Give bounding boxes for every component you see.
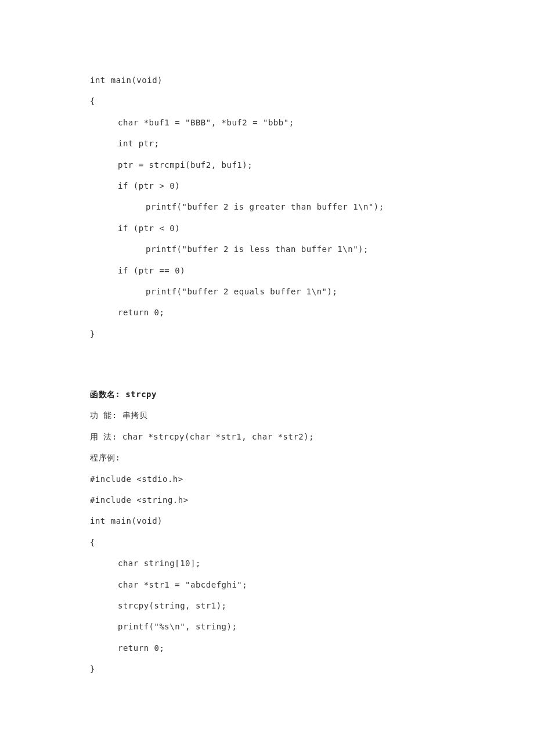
- example-label: 程序例:: [90, 447, 444, 468]
- section-title: 函数名: strcpy: [90, 384, 444, 405]
- code-line: int main(void): [90, 510, 444, 531]
- code-line: int main(void): [90, 70, 444, 91]
- code-line: if (ptr == 0): [90, 260, 444, 281]
- code-line: char string[10];: [90, 553, 444, 574]
- code-line: }: [90, 658, 444, 679]
- code-line: return 0;: [90, 302, 444, 323]
- code-line: printf("buffer 2 is less than buffer 1\n…: [90, 239, 444, 260]
- code-line: return 0;: [90, 638, 444, 658]
- code-line: ptr = strcmpi(buf2, buf1);: [90, 154, 444, 175]
- code-line: if (ptr < 0): [90, 218, 444, 239]
- function-description: 功 能: 串拷贝: [90, 405, 444, 426]
- code-line: {: [90, 532, 444, 553]
- document-page: int main(void) { char *buf1 = "BBB", *bu…: [0, 0, 534, 756]
- code-line: {: [90, 91, 444, 111]
- code-line: strcpy(string, str1);: [90, 595, 444, 616]
- code-line: #include <string.h>: [90, 489, 444, 510]
- code-line: printf("%s\n", string);: [90, 616, 444, 637]
- code-line: int ptr;: [90, 133, 444, 154]
- usage-line: 用 法: char *strcpy(char *str1, char *str2…: [90, 426, 444, 447]
- code-line: printf("buffer 2 is greater than buffer …: [90, 196, 444, 217]
- code-line: }: [90, 323, 444, 344]
- spacer: [90, 344, 444, 384]
- code-line: char *buf1 = "BBB", *buf2 = "bbb";: [90, 112, 444, 133]
- code-line: #include <stdio.h>: [90, 469, 444, 489]
- code-line: if (ptr > 0): [90, 175, 444, 196]
- code-line: printf("buffer 2 equals buffer 1\n");: [90, 281, 444, 302]
- code-line: char *str1 = "abcdefghi";: [90, 574, 444, 595]
